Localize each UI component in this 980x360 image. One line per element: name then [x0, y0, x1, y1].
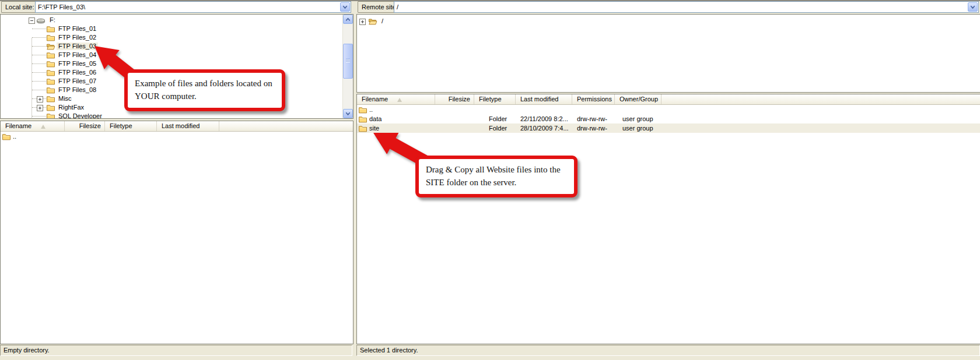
filename-text: ..: [369, 106, 373, 113]
callout-site-folder: Drag & Copy all Website files into the S…: [415, 156, 578, 197]
file-row-parent-dir[interactable]: ..: [1, 132, 353, 141]
tree-item-ftp-files-02[interactable]: FTP Files_02: [1, 33, 353, 42]
folder-icon: [46, 86, 55, 94]
column-header-last-modified[interactable]: Last modified: [157, 121, 219, 131]
column-header-filler: [662, 94, 980, 104]
filename-cell: ..: [357, 106, 435, 114]
file-row-site-selected[interactable]: site Folder 28/10/2009 7:4... drw-rw-rw-…: [357, 123, 980, 133]
filename-text: data: [369, 115, 382, 122]
file-row-parent-dir[interactable]: ..: [357, 105, 980, 114]
local-status-text: Empty directory.: [4, 347, 50, 354]
folder-icon: [2, 133, 11, 140]
chevron-down-icon: [970, 5, 975, 9]
tree-item-label[interactable]: FTP Files_07: [57, 77, 98, 85]
tree-item-label[interactable]: FTP Files_02: [57, 34, 98, 41]
local-site-label: Local site:: [1, 1, 38, 13]
chevron-down-icon: [342, 5, 348, 9]
folder-icon: [358, 106, 368, 114]
plus-box-icon[interactable]: [359, 19, 366, 25]
folder-icon: [46, 112, 55, 119]
local-list-header: Filename Filesize Filetype Last modified: [1, 121, 353, 132]
last-modified-cell: 22/11/2009 8:2...: [516, 115, 572, 122]
local-status-bar: Empty directory.: [0, 345, 352, 356]
tree-item-label-selected[interactable]: FTP Files_03: [57, 43, 98, 50]
folder-open-icon: [368, 17, 377, 25]
tree-item-ftp-files-01[interactable]: FTP Files_01: [1, 24, 353, 33]
owner-group-cell: user group: [615, 125, 662, 132]
sort-ascending-icon: [397, 98, 402, 102]
tree-item-drive-f[interactable]: F:: [1, 16, 353, 24]
tree-item-root[interactable]: /: [357, 17, 980, 26]
tree-item-ftp-files-05[interactable]: FTP Files_05: [1, 59, 353, 68]
folder-open-icon: [46, 43, 55, 50]
local-tree-scrollbar[interactable]: [342, 15, 353, 118]
tree-item-label[interactable]: FTP Files_06: [57, 69, 98, 76]
plus-box-icon[interactable]: [37, 96, 43, 103]
tree-item-label[interactable]: RightFax: [57, 104, 86, 111]
column-header-filesize[interactable]: Filesize: [65, 121, 105, 131]
last-modified-cell: 28/10/2009 7:4...: [516, 125, 572, 132]
tree-item-label[interactable]: FTP Files_01: [57, 25, 98, 33]
folder-icon: [46, 77, 55, 85]
filename-cell: ..: [1, 133, 65, 140]
filename-text: site: [369, 125, 379, 132]
folder-icon: [46, 69, 55, 76]
filename-text: ..: [13, 133, 16, 140]
scrollbar-down-button[interactable]: [343, 109, 353, 118]
remote-site-combobox[interactable]: /: [394, 1, 979, 13]
remote-status-text: Selected 1 directory.: [360, 347, 418, 354]
column-header-last-modified[interactable]: Last modified: [516, 94, 572, 104]
tree-item-label[interactable]: F:: [48, 16, 57, 24]
folder-icon: [46, 104, 55, 111]
scrollbar-up-button[interactable]: [343, 15, 353, 24]
local-file-list-panel: Filename Filesize Filetype Last modified…: [0, 121, 354, 344]
tree-item-label[interactable]: SQL Developer: [57, 112, 104, 119]
folder-icon: [358, 115, 368, 123]
remote-site-path: /: [397, 2, 398, 12]
column-header-filetype[interactable]: Filetype: [474, 94, 516, 104]
column-header-filler: [219, 121, 353, 131]
filename-cell: site: [357, 125, 435, 132]
folder-icon: [46, 95, 55, 103]
column-header-filename[interactable]: Filename: [1, 121, 65, 131]
local-site-dropdown-button[interactable]: [340, 2, 350, 12]
tree-item-label[interactable]: FTP Files_08: [57, 86, 98, 94]
chevron-up-icon: [345, 17, 351, 22]
folder-icon: [358, 125, 368, 132]
folder-icon: [46, 34, 55, 41]
filename-cell: data: [357, 115, 435, 123]
ftp-client-window: Local site: F:\FTP Files_03\ Remote site…: [0, 0, 980, 360]
tree-item-ftp-files-04[interactable]: FTP Files_04: [1, 51, 353, 59]
tree-item-label[interactable]: FTP Files_04: [57, 51, 98, 59]
minus-box-icon[interactable]: [29, 17, 35, 24]
remote-directory-tree-panel: /: [356, 14, 980, 93]
remote-site-dropdown-button[interactable]: [968, 2, 978, 12]
callout-local-files: Example of files and folders located on …: [124, 69, 285, 111]
chevron-down-icon: [345, 112, 351, 116]
column-header-filetype[interactable]: Filetype: [105, 121, 157, 131]
scrollbar-grip: [346, 59, 350, 62]
column-header-filename[interactable]: Filename: [357, 94, 435, 104]
remote-file-list-panel: Filename Filesize Filetype Last modified…: [356, 94, 980, 344]
tree-item-sql-developer[interactable]: SQL Developer: [1, 112, 353, 119]
column-header-permissions[interactable]: Permissions: [572, 94, 615, 104]
local-site-toolbar: Local site: F:\FTP Files_03\: [0, 1, 352, 14]
tree-item-label[interactable]: FTP Files_05: [57, 60, 98, 68]
remote-status-bar: Selected 1 directory.: [356, 345, 980, 356]
file-row-data[interactable]: data Folder 22/11/2009 8:2... drw-rw-rw-…: [357, 114, 980, 123]
folder-icon: [46, 60, 55, 68]
tree-item-label[interactable]: /: [380, 17, 385, 25]
scrollbar-thumb[interactable]: [343, 44, 353, 79]
tree-item-ftp-files-03-selected[interactable]: FTP Files_03: [1, 42, 353, 51]
local-site-combobox[interactable]: F:\FTP Files_03\: [35, 1, 351, 13]
plus-box-icon[interactable]: [37, 105, 43, 111]
local-site-path: F:\FTP Files_03\: [38, 2, 85, 12]
filetype-cell: Folder: [474, 115, 516, 122]
column-header-owner-group[interactable]: Owner/Group: [615, 94, 662, 104]
tree-item-label[interactable]: Misc: [57, 95, 74, 103]
column-header-filesize[interactable]: Filesize: [435, 94, 474, 104]
permissions-cell: drw-rw-rw-: [572, 115, 615, 122]
folder-icon: [46, 25, 55, 33]
owner-group-cell: user group: [615, 115, 662, 122]
sort-ascending-icon: [41, 125, 46, 129]
